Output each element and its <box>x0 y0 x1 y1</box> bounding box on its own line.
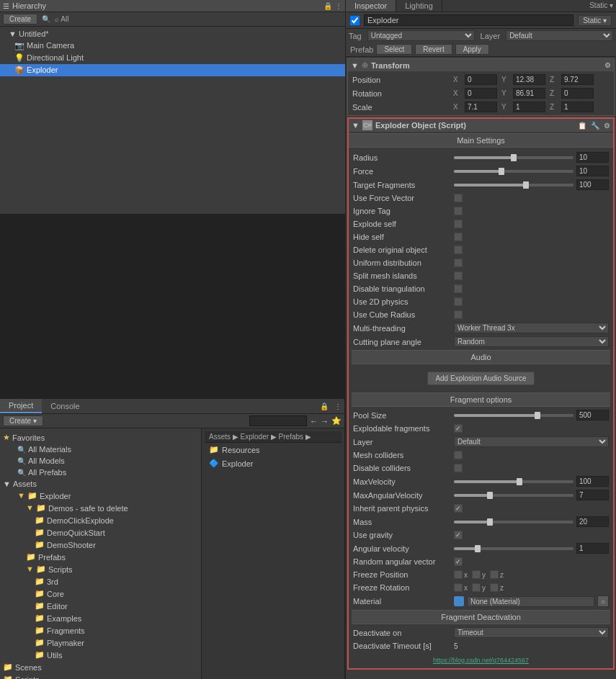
tab-project[interactable]: Project <box>0 399 42 413</box>
max-angular-slider[interactable] <box>454 494 573 497</box>
add-audio-button[interactable]: Add Explosion Audio Source <box>427 372 534 385</box>
url-link[interactable]: https://blog.csdn.net/q764424567 <box>433 657 529 664</box>
max-velocity-slider[interactable] <box>454 480 573 483</box>
scale-z-input[interactable] <box>561 102 594 112</box>
freeze-pos-y-checkbox[interactable] <box>472 570 481 579</box>
transform-header[interactable]: ▼ ⊕ Transform ⚙ <box>348 59 614 71</box>
use-gravity-checkbox[interactable]: ✓ <box>454 531 463 539</box>
pool-size-slider[interactable] <box>454 414 573 417</box>
material-select-btn[interactable]: ○ <box>597 595 609 607</box>
target-fragments-slider[interactable] <box>454 184 573 186</box>
object-name-input[interactable] <box>364 14 573 26</box>
project-search-input[interactable] <box>249 415 307 426</box>
pool-size-input[interactable] <box>576 410 609 421</box>
disable-colliders-checkbox[interactable] <box>454 464 463 472</box>
mass-input[interactable] <box>576 516 609 527</box>
use-2d-checkbox[interactable] <box>454 297 463 306</box>
project-scenes-folder[interactable]: 📁 Scenes <box>0 661 201 673</box>
project-core-folder[interactable]: 📁 Core <box>0 588 201 600</box>
target-fragments-input[interactable] <box>576 179 609 190</box>
hide-self-checkbox[interactable] <box>454 233 463 241</box>
project-icon2[interactable]: → <box>321 417 329 426</box>
use-force-vector-checkbox[interactable] <box>454 194 463 202</box>
exploder-icon2[interactable]: 🔧 <box>591 122 599 130</box>
tag-dropdown[interactable]: Untagged <box>367 30 475 41</box>
project-create-button[interactable]: Create ▾ <box>3 415 43 426</box>
object-active-checkbox[interactable] <box>350 16 360 25</box>
freeze-pos-z-checkbox[interactable] <box>490 570 499 579</box>
angular-velocity-slider[interactable] <box>454 547 573 550</box>
hierarchy-create-button[interactable]: Create <box>3 14 37 24</box>
max-angular-input[interactable] <box>576 490 609 500</box>
delete-original-checkbox[interactable] <box>454 246 463 254</box>
project-exploder-folder[interactable]: ▼ 📁 Exploder <box>0 490 201 502</box>
fragment-layer-dropdown[interactable]: Default <box>454 436 609 447</box>
rot-y-input[interactable] <box>513 88 545 99</box>
explode-self-checkbox[interactable] <box>454 220 463 228</box>
apply-button[interactable]: Apply <box>455 44 489 55</box>
explodable-checkbox[interactable]: ✓ <box>454 424 463 433</box>
project-utils-folder[interactable]: 📁 Utils <box>0 649 201 661</box>
exploder-icon1[interactable]: 📋 <box>578 122 586 130</box>
project-playmaker-folder[interactable]: 📁 Playmaker <box>0 637 201 649</box>
use-cube-checkbox[interactable] <box>454 310 463 319</box>
scale-y-input[interactable] <box>513 102 545 112</box>
rot-z-input[interactable] <box>561 88 594 99</box>
project-assets-header[interactable]: ▼ Assets <box>0 478 201 490</box>
random-angular-checkbox[interactable]: ✓ <box>454 557 463 566</box>
mesh-colliders-checkbox[interactable] <box>454 451 463 459</box>
freeze-rot-z-checkbox[interactable] <box>490 583 499 592</box>
transform-options-icon[interactable]: ⚙ <box>604 61 611 69</box>
angular-velocity-input[interactable] <box>576 543 609 554</box>
cutting-plane-dropdown[interactable]: Random <box>454 336 609 347</box>
static-button[interactable]: Static ▾ <box>578 15 612 26</box>
tab-lighting[interactable]: Lighting <box>396 0 442 12</box>
project-demos-folder[interactable]: ▼ 📁 Demos - safe to delete <box>0 502 201 514</box>
project-favorites-header[interactable]: ★ Favorites <box>0 431 201 444</box>
layer-dropdown[interactable]: Default <box>506 30 613 41</box>
max-velocity-input[interactable] <box>576 476 609 487</box>
split-mesh-checkbox[interactable] <box>454 271 463 280</box>
deactivate-on-dropdown[interactable]: Timeout <box>454 627 609 638</box>
project-all-prefabs[interactable]: 🔍 All Prefabs <box>0 467 201 478</box>
project-icon1[interactable]: ← <box>310 417 318 426</box>
freeze-rot-x-checkbox[interactable] <box>454 583 463 592</box>
multi-threading-dropdown[interactable]: Worker Thread 3x <box>454 323 609 333</box>
tree-item-directional-light[interactable]: 💡 Directional Light <box>0 52 345 64</box>
asset-exploder[interactable]: 🔷 Exploder <box>205 457 342 470</box>
tree-item-untitled[interactable]: ▼ Untitled* <box>0 28 345 40</box>
radius-input[interactable] <box>576 152 609 163</box>
mass-slider[interactable] <box>454 521 573 523</box>
force-slider[interactable] <box>454 170 573 173</box>
rot-x-input[interactable] <box>465 88 497 99</box>
tab-console[interactable]: Console <box>42 400 88 413</box>
project-editor-folder[interactable]: 📁 Editor <box>0 600 201 612</box>
exploder-options-icon[interactable]: ⚙ <box>604 122 610 130</box>
project-all-materials[interactable]: 🔍 All Materials <box>0 444 201 455</box>
project-all-models[interactable]: 🔍 All Models <box>0 455 201 467</box>
exploder-comp-header[interactable]: ▼ C# Exploder Object (Script) 📋 🔧 ⚙ <box>349 119 613 132</box>
project-demo-click[interactable]: 📁 DemoClickExplode <box>0 514 201 526</box>
revert-button[interactable]: Revert <box>415 44 452 55</box>
radius-slider[interactable] <box>454 156 573 159</box>
asset-resources[interactable]: 📁 Resources <box>205 443 342 457</box>
pos-z-input[interactable] <box>561 74 594 85</box>
inherit-parent-checkbox[interactable]: ✓ <box>454 504 463 513</box>
freeze-rot-y-checkbox[interactable] <box>472 583 481 592</box>
project-demo-shooter[interactable]: 📁 DemoShooter <box>0 539 201 551</box>
scale-x-input[interactable] <box>465 102 497 112</box>
project-root-scripts-folder[interactable]: 📁 Scripts <box>0 673 201 679</box>
pos-y-input[interactable] <box>513 74 545 85</box>
project-icon3[interactable]: ⭐ <box>331 416 342 426</box>
freeze-pos-x-checkbox[interactable] <box>454 570 463 579</box>
project-examples-folder[interactable]: 📁 Examples <box>0 612 201 624</box>
project-fragments-folder[interactable]: 📁 Fragments <box>0 624 201 637</box>
project-scripts-folder[interactable]: ▼ 📁 Scripts <box>0 563 201 575</box>
tree-item-exploder[interactable]: 📦 Exploder <box>0 64 345 76</box>
project-demo-quick[interactable]: 📁 DemoQuickStart <box>0 526 201 539</box>
disable-tri-checkbox[interactable] <box>454 284 463 293</box>
force-input[interactable] <box>576 166 609 176</box>
pos-x-input[interactable] <box>465 74 497 85</box>
select-button[interactable]: Select <box>376 44 412 55</box>
project-prefabs-folder[interactable]: 📁 Prefabs <box>0 551 201 563</box>
